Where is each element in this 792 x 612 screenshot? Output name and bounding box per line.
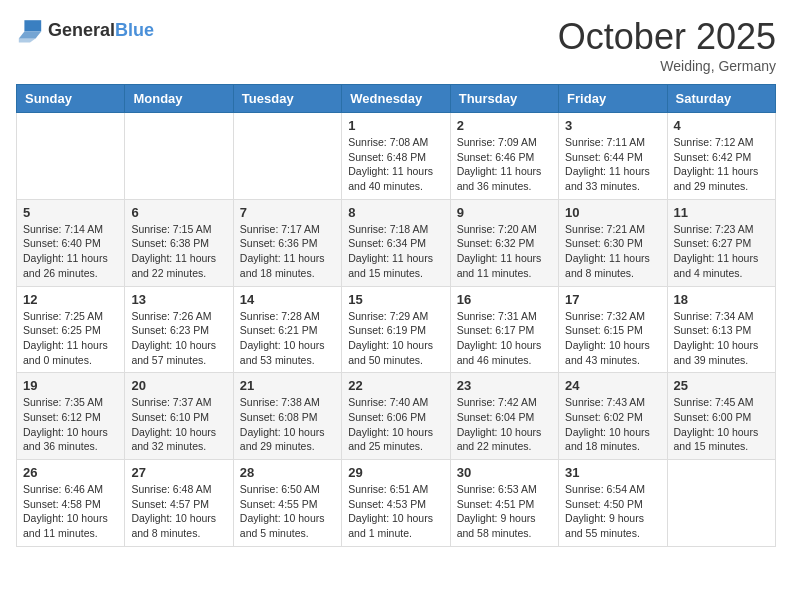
day-number: 15 bbox=[348, 292, 443, 307]
day-info: Sunrise: 6:48 AM Sunset: 4:57 PM Dayligh… bbox=[131, 482, 226, 541]
calendar-cell: 27Sunrise: 6:48 AM Sunset: 4:57 PM Dayli… bbox=[125, 460, 233, 547]
day-info: Sunrise: 7:14 AM Sunset: 6:40 PM Dayligh… bbox=[23, 222, 118, 281]
day-info: Sunrise: 6:54 AM Sunset: 4:50 PM Dayligh… bbox=[565, 482, 660, 541]
calendar-cell: 25Sunrise: 7:45 AM Sunset: 6:00 PM Dayli… bbox=[667, 373, 775, 460]
day-info: Sunrise: 7:28 AM Sunset: 6:21 PM Dayligh… bbox=[240, 309, 335, 368]
calendar-cell: 12Sunrise: 7:25 AM Sunset: 6:25 PM Dayli… bbox=[17, 286, 125, 373]
calendar-cell: 15Sunrise: 7:29 AM Sunset: 6:19 PM Dayli… bbox=[342, 286, 450, 373]
column-header-wednesday: Wednesday bbox=[342, 85, 450, 113]
day-info: Sunrise: 6:53 AM Sunset: 4:51 PM Dayligh… bbox=[457, 482, 552, 541]
calendar-cell: 26Sunrise: 6:46 AM Sunset: 4:58 PM Dayli… bbox=[17, 460, 125, 547]
calendar-cell: 16Sunrise: 7:31 AM Sunset: 6:17 PM Dayli… bbox=[450, 286, 558, 373]
column-header-tuesday: Tuesday bbox=[233, 85, 341, 113]
calendar-cell: 30Sunrise: 6:53 AM Sunset: 4:51 PM Dayli… bbox=[450, 460, 558, 547]
page-header: GeneralBlue October 2025 Weiding, German… bbox=[16, 16, 776, 74]
day-info: Sunrise: 7:12 AM Sunset: 6:42 PM Dayligh… bbox=[674, 135, 769, 194]
calendar-cell: 6Sunrise: 7:15 AM Sunset: 6:38 PM Daylig… bbox=[125, 199, 233, 286]
day-number: 10 bbox=[565, 205, 660, 220]
calendar-cell bbox=[17, 113, 125, 200]
column-header-saturday: Saturday bbox=[667, 85, 775, 113]
day-number: 18 bbox=[674, 292, 769, 307]
title-block: October 2025 Weiding, Germany bbox=[558, 16, 776, 74]
svg-marker-2 bbox=[19, 38, 36, 42]
calendar-cell: 14Sunrise: 7:28 AM Sunset: 6:21 PM Dayli… bbox=[233, 286, 341, 373]
day-info: Sunrise: 7:26 AM Sunset: 6:23 PM Dayligh… bbox=[131, 309, 226, 368]
logo-text: GeneralBlue bbox=[48, 20, 154, 41]
calendar-table: SundayMondayTuesdayWednesdayThursdayFrid… bbox=[16, 84, 776, 547]
calendar-cell: 10Sunrise: 7:21 AM Sunset: 6:30 PM Dayli… bbox=[559, 199, 667, 286]
calendar-cell: 24Sunrise: 7:43 AM Sunset: 6:02 PM Dayli… bbox=[559, 373, 667, 460]
day-info: Sunrise: 7:37 AM Sunset: 6:10 PM Dayligh… bbox=[131, 395, 226, 454]
day-number: 29 bbox=[348, 465, 443, 480]
day-info: Sunrise: 7:11 AM Sunset: 6:44 PM Dayligh… bbox=[565, 135, 660, 194]
day-number: 20 bbox=[131, 378, 226, 393]
day-info: Sunrise: 7:25 AM Sunset: 6:25 PM Dayligh… bbox=[23, 309, 118, 368]
column-header-friday: Friday bbox=[559, 85, 667, 113]
logo-general: General bbox=[48, 20, 115, 40]
day-info: Sunrise: 6:50 AM Sunset: 4:55 PM Dayligh… bbox=[240, 482, 335, 541]
day-info: Sunrise: 7:32 AM Sunset: 6:15 PM Dayligh… bbox=[565, 309, 660, 368]
day-number: 7 bbox=[240, 205, 335, 220]
calendar-cell: 9Sunrise: 7:20 AM Sunset: 6:32 PM Daylig… bbox=[450, 199, 558, 286]
day-number: 3 bbox=[565, 118, 660, 133]
day-number: 8 bbox=[348, 205, 443, 220]
day-info: Sunrise: 7:09 AM Sunset: 6:46 PM Dayligh… bbox=[457, 135, 552, 194]
day-number: 31 bbox=[565, 465, 660, 480]
day-info: Sunrise: 7:34 AM Sunset: 6:13 PM Dayligh… bbox=[674, 309, 769, 368]
calendar-cell: 18Sunrise: 7:34 AM Sunset: 6:13 PM Dayli… bbox=[667, 286, 775, 373]
calendar-cell: 7Sunrise: 7:17 AM Sunset: 6:36 PM Daylig… bbox=[233, 199, 341, 286]
calendar-cell: 31Sunrise: 6:54 AM Sunset: 4:50 PM Dayli… bbox=[559, 460, 667, 547]
calendar-week-row: 12Sunrise: 7:25 AM Sunset: 6:25 PM Dayli… bbox=[17, 286, 776, 373]
day-info: Sunrise: 7:15 AM Sunset: 6:38 PM Dayligh… bbox=[131, 222, 226, 281]
day-info: Sunrise: 7:23 AM Sunset: 6:27 PM Dayligh… bbox=[674, 222, 769, 281]
day-info: Sunrise: 7:08 AM Sunset: 6:48 PM Dayligh… bbox=[348, 135, 443, 194]
day-info: Sunrise: 6:51 AM Sunset: 4:53 PM Dayligh… bbox=[348, 482, 443, 541]
day-number: 2 bbox=[457, 118, 552, 133]
calendar-cell bbox=[125, 113, 233, 200]
svg-marker-0 bbox=[24, 20, 41, 31]
calendar-cell: 29Sunrise: 6:51 AM Sunset: 4:53 PM Dayli… bbox=[342, 460, 450, 547]
day-info: Sunrise: 7:40 AM Sunset: 6:06 PM Dayligh… bbox=[348, 395, 443, 454]
day-info: Sunrise: 7:42 AM Sunset: 6:04 PM Dayligh… bbox=[457, 395, 552, 454]
calendar-week-row: 1Sunrise: 7:08 AM Sunset: 6:48 PM Daylig… bbox=[17, 113, 776, 200]
day-number: 16 bbox=[457, 292, 552, 307]
calendar-cell: 11Sunrise: 7:23 AM Sunset: 6:27 PM Dayli… bbox=[667, 199, 775, 286]
column-header-sunday: Sunday bbox=[17, 85, 125, 113]
day-number: 27 bbox=[131, 465, 226, 480]
logo-icon bbox=[16, 16, 44, 44]
calendar-cell: 8Sunrise: 7:18 AM Sunset: 6:34 PM Daylig… bbox=[342, 199, 450, 286]
day-number: 14 bbox=[240, 292, 335, 307]
day-info: Sunrise: 6:46 AM Sunset: 4:58 PM Dayligh… bbox=[23, 482, 118, 541]
day-number: 30 bbox=[457, 465, 552, 480]
day-number: 24 bbox=[565, 378, 660, 393]
day-info: Sunrise: 7:35 AM Sunset: 6:12 PM Dayligh… bbox=[23, 395, 118, 454]
day-number: 11 bbox=[674, 205, 769, 220]
calendar-cell: 4Sunrise: 7:12 AM Sunset: 6:42 PM Daylig… bbox=[667, 113, 775, 200]
day-info: Sunrise: 7:29 AM Sunset: 6:19 PM Dayligh… bbox=[348, 309, 443, 368]
logo-blue: Blue bbox=[115, 20, 154, 40]
day-number: 5 bbox=[23, 205, 118, 220]
day-number: 23 bbox=[457, 378, 552, 393]
day-info: Sunrise: 7:18 AM Sunset: 6:34 PM Dayligh… bbox=[348, 222, 443, 281]
month-title: October 2025 bbox=[558, 16, 776, 58]
calendar-cell: 19Sunrise: 7:35 AM Sunset: 6:12 PM Dayli… bbox=[17, 373, 125, 460]
calendar-cell: 23Sunrise: 7:42 AM Sunset: 6:04 PM Dayli… bbox=[450, 373, 558, 460]
calendar-cell bbox=[233, 113, 341, 200]
day-info: Sunrise: 7:45 AM Sunset: 6:00 PM Dayligh… bbox=[674, 395, 769, 454]
day-number: 19 bbox=[23, 378, 118, 393]
svg-marker-1 bbox=[19, 31, 41, 38]
day-info: Sunrise: 7:38 AM Sunset: 6:08 PM Dayligh… bbox=[240, 395, 335, 454]
calendar-week-row: 26Sunrise: 6:46 AM Sunset: 4:58 PM Dayli… bbox=[17, 460, 776, 547]
calendar-cell: 5Sunrise: 7:14 AM Sunset: 6:40 PM Daylig… bbox=[17, 199, 125, 286]
calendar-cell bbox=[667, 460, 775, 547]
day-info: Sunrise: 7:43 AM Sunset: 6:02 PM Dayligh… bbox=[565, 395, 660, 454]
day-number: 17 bbox=[565, 292, 660, 307]
calendar-cell: 2Sunrise: 7:09 AM Sunset: 6:46 PM Daylig… bbox=[450, 113, 558, 200]
day-info: Sunrise: 7:31 AM Sunset: 6:17 PM Dayligh… bbox=[457, 309, 552, 368]
calendar-cell: 20Sunrise: 7:37 AM Sunset: 6:10 PM Dayli… bbox=[125, 373, 233, 460]
day-number: 26 bbox=[23, 465, 118, 480]
column-header-thursday: Thursday bbox=[450, 85, 558, 113]
calendar-cell: 21Sunrise: 7:38 AM Sunset: 6:08 PM Dayli… bbox=[233, 373, 341, 460]
day-number: 21 bbox=[240, 378, 335, 393]
day-number: 22 bbox=[348, 378, 443, 393]
